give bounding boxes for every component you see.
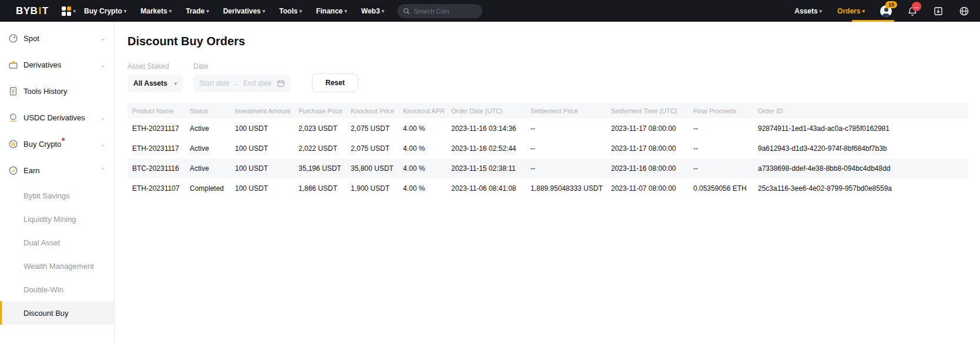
cell-final-proceeds: --: [689, 158, 753, 178]
search-input[interactable]: [414, 8, 476, 15]
chevron-down-icon: ▾: [299, 8, 302, 14]
sidebar-item-spot[interactable]: Spot ⌄: [0, 25, 114, 52]
col-header-purchase-price: Purchase Price: [294, 103, 346, 119]
asset-staked-filter: Asset Staked All Assets ▾: [127, 62, 183, 92]
calendar-icon: [277, 79, 285, 87]
asset-staked-select[interactable]: All Assets ▾: [127, 75, 183, 92]
cell-settlement-price: --: [526, 139, 606, 158]
chevron-up-icon: ⌃: [100, 167, 106, 174]
logo-text: T: [42, 5, 49, 17]
search-icon: [403, 8, 410, 15]
sidebar-subitem-label: Double-Win: [24, 285, 63, 294]
sidebar-item-discount-buy[interactable]: Discount Buy: [0, 301, 114, 325]
sidebar-item-liquidity-mining[interactable]: Liquidity Mining: [0, 207, 114, 231]
table-row[interactable]: ETH-20231107 Completed 100 USDT 1,866 US…: [127, 178, 968, 198]
cell-knockout-apr: 4.00 %: [398, 158, 447, 178]
end-date-input[interactable]: End date: [243, 79, 271, 87]
sidebar-subitem-label: Discount Buy: [24, 309, 69, 318]
sidebar-subitem-label: Dual Asset: [24, 238, 60, 247]
apps-grid-icon[interactable]: [62, 6, 71, 16]
chevron-down-icon: ⌄: [100, 140, 106, 148]
chevron-down-icon: ▾: [263, 8, 266, 14]
start-date-input[interactable]: Start date: [199, 79, 230, 87]
cell-knockout-apr: 4.00 %: [398, 178, 447, 198]
cell-settlement-time: 2023-11-17 08:00:00: [606, 139, 689, 158]
col-header-knockout-apr: Knockout APR: [398, 103, 447, 119]
cell-purchase-price: 35,196 USDT: [294, 158, 346, 178]
cell-purchase-price: 2,023 USDT: [294, 119, 346, 139]
sidebar-item-usdc-derivatives[interactable]: USDC Derivatives ⌄: [0, 104, 114, 131]
nav-item-orders[interactable]: Orders ▾: [837, 7, 865, 15]
sidebar-item-earn[interactable]: Earn ⌃: [0, 157, 114, 184]
nav-item-label: Trade: [186, 7, 204, 15]
nav-item-label: Assets: [794, 7, 817, 15]
table-row[interactable]: ETH-20231117 Active 100 USDT 2,023 USDT …: [127, 119, 968, 139]
cell-settlement-time: 2023-11-16 08:00:00: [606, 158, 689, 178]
nav-item-label: Orders: [837, 7, 860, 15]
chevron-down-icon: ▾: [382, 8, 385, 14]
cell-product-name: ETH-20231117: [127, 139, 185, 158]
cell-order-id: 92874911-1ed1-43ad-ac0a-c785f0162981: [753, 119, 968, 139]
filters-bar: Asset Staked All Assets ▾ Date Start dat…: [127, 62, 968, 92]
cell-order-id: 9a612943-d1d3-4220-974f-8bf684bf7b3b: [753, 139, 968, 158]
notifications-button[interactable]: …: [907, 6, 918, 16]
cell-settlement-price: --: [526, 119, 606, 139]
col-header-settlement-price: Settlement Price: [526, 103, 606, 119]
orders-active-underline: [852, 20, 894, 22]
orders-table: Product Name Status Investment Amount Pu…: [127, 103, 968, 198]
asset-staked-value: All Assets: [133, 79, 167, 87]
cell-product-name: ETH-20231117: [127, 119, 185, 139]
cell-status: Active: [185, 158, 230, 178]
cell-investment-amount: 100 USDT: [230, 139, 294, 158]
chevron-down-icon[interactable]: ▾: [73, 8, 76, 14]
chevron-down-icon: ▾: [862, 8, 865, 14]
sidebar-item-label: Tools History: [24, 87, 67, 96]
cell-final-proceeds: 0.05359056 ETH: [689, 178, 753, 198]
nav-item-tools[interactable]: Tools ▾: [279, 7, 302, 15]
logo-accent: I: [38, 5, 41, 17]
table-header-row: Product Name Status Investment Amount Pu…: [127, 103, 968, 119]
user-avatar[interactable]: 10: [880, 5, 892, 17]
cell-order-date: 2023-11-06 08:41:08: [447, 178, 526, 198]
cell-purchase-price: 2,022 USDT: [294, 139, 346, 158]
sidebar-item-buy-crypto[interactable]: Buy Crypto ⌄: [0, 131, 114, 157]
cell-knockout-price: 35,800 USDT: [346, 158, 398, 178]
cell-order-date: 2023-11-15 02:38:11: [447, 158, 526, 178]
nav-item-finance[interactable]: Finance ▾: [316, 7, 347, 15]
navbar-right: Assets ▾ Orders ▾ 10 …: [794, 5, 969, 17]
sidebar-item-dual-asset[interactable]: Dual Asset: [0, 231, 114, 254]
nav-item-label: Buy Crypto: [84, 7, 122, 15]
nav-item-buy-crypto[interactable]: Buy Crypto ▾: [84, 7, 126, 15]
bybit-logo[interactable]: BYBIT: [16, 5, 49, 17]
cell-investment-amount: 100 USDT: [230, 178, 294, 198]
table-row[interactable]: ETH-20231117 Active 100 USDT 2,022 USDT …: [127, 139, 968, 158]
nav-item-assets[interactable]: Assets ▾: [794, 7, 822, 15]
language-button[interactable]: [959, 6, 969, 16]
cell-final-proceeds: --: [689, 139, 753, 158]
sidebar-item-bybit-savings[interactable]: Bybit Savings: [0, 184, 114, 207]
chevron-down-icon: ▾: [820, 8, 823, 14]
nav-item-web3[interactable]: Web3 ▾: [361, 7, 384, 15]
nav-item-derivatives[interactable]: Derivatives ▾: [223, 7, 266, 15]
chevron-down-icon: ▾: [124, 8, 127, 14]
reset-button[interactable]: Reset: [312, 73, 358, 92]
chevron-down-icon: ▾: [169, 8, 172, 14]
sidebar-item-double-win[interactable]: Double-Win: [0, 278, 114, 301]
col-header-final-proceeds: Final Proceeds: [689, 103, 753, 119]
sidebar-item-derivatives[interactable]: Derivatives ⌄: [0, 52, 114, 78]
sidebar-item-tools-history[interactable]: Tools History: [0, 78, 114, 104]
logo-text: BYB: [16, 5, 38, 17]
sidebar-item-wealth-management[interactable]: Wealth Management: [0, 254, 114, 278]
nav-item-trade[interactable]: Trade ▾: [186, 7, 209, 15]
date-range-picker[interactable]: Start date → End date: [193, 75, 291, 92]
sidebar-subitem-label: Wealth Management: [24, 262, 94, 271]
cell-product-name: ETH-20231107: [127, 178, 185, 198]
nav-item-markets[interactable]: Markets ▾: [140, 7, 172, 15]
chevron-down-icon: ▾: [206, 8, 209, 14]
search-box[interactable]: [397, 4, 482, 18]
notification-badge: …: [912, 2, 921, 11]
download-app-button[interactable]: [933, 6, 944, 16]
table-row[interactable]: BTC-20231116 Active 100 USDT 35,196 USDT…: [127, 158, 968, 178]
chevron-down-icon: ▾: [344, 8, 347, 14]
cell-status: Completed: [185, 178, 230, 198]
